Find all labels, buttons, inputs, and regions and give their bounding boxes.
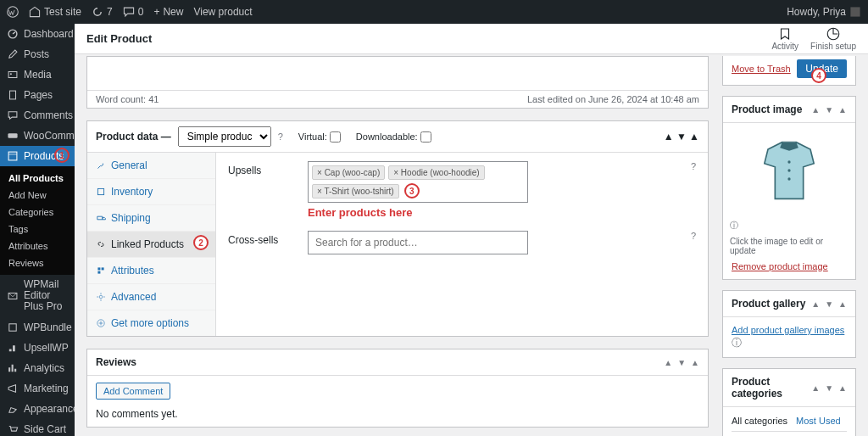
sub-reviews[interactable]: Reviews <box>0 254 75 271</box>
menu-sidecart[interactable]: Side Cart <box>0 419 75 436</box>
menu-upsellwp[interactable]: UpsellWP <box>0 338 75 358</box>
virtual-label: Virtual: <box>298 131 327 142</box>
menu-woocommerce[interactable]: WooCommerce <box>0 126 75 146</box>
page-title: Edit Product <box>86 32 152 45</box>
publish-panel: Move to Trash Update 4 <box>722 56 856 86</box>
panel-down-icon[interactable]: ▼ <box>676 131 687 143</box>
move-to-trash-link[interactable]: Move to Trash <box>732 64 791 74</box>
menu-comments[interactable]: Comments <box>0 105 75 126</box>
menu-marketing[interactable]: Marketing <box>0 378 75 399</box>
panel-up-icon[interactable]: ▲ <box>664 131 674 143</box>
activity-button[interactable]: Activity <box>771 26 798 51</box>
product-data-title: Product data — <box>96 131 171 143</box>
site-link[interactable]: Test site <box>29 6 81 18</box>
remove-product-image-link[interactable]: Remove product image <box>732 261 828 271</box>
product-type-help-icon[interactable]: ? <box>278 131 283 142</box>
info-icon: ⓘ <box>730 221 738 230</box>
menu-pages[interactable]: Pages <box>0 85 75 105</box>
menu-wpmail[interactable]: WPMail Editor Plus Pro <box>0 275 75 317</box>
product-type-select[interactable]: Simple product <box>178 126 271 147</box>
panel-down-icon[interactable]: ▼ <box>825 105 833 115</box>
tab-general[interactable]: General <box>87 153 215 179</box>
menu-dashboard[interactable]: Dashboard <box>0 24 75 44</box>
new-link[interactable]: + New <box>153 6 183 18</box>
menu-appearance[interactable]: Appearance <box>0 399 75 419</box>
svg-rect-1 <box>850 7 860 16</box>
panel-up-icon[interactable]: ▲ <box>664 358 672 367</box>
updates-link[interactable]: 7 <box>92 6 113 18</box>
tab-advanced[interactable]: Advanced <box>87 284 215 310</box>
panel-down-icon[interactable]: ▼ <box>825 299 833 309</box>
view-product-link[interactable]: View product <box>193 6 252 18</box>
product-image-panel: Product image ▲▼▲ ⓘ Click <box>722 96 856 280</box>
crosssells-input[interactable] <box>308 231 528 254</box>
upsell-tag[interactable]: T-Shirt (woo-tshirt) <box>312 184 399 198</box>
wp-logo[interactable] <box>7 6 19 18</box>
sub-all-products[interactable]: All Products <box>0 170 75 187</box>
menu-products[interactable]: Products 1 <box>0 146 75 166</box>
panel-toggle-icon[interactable]: ▲ <box>838 383 847 393</box>
info-icon: ⓘ <box>732 337 742 349</box>
panel-controls: ▲ ▼ ▲ <box>664 131 699 143</box>
svg-point-4 <box>10 73 12 75</box>
avatar-icon <box>849 6 861 18</box>
sub-tags[interactable]: Tags <box>0 221 75 238</box>
cat-tab-most-used[interactable]: Most Used <box>796 416 841 426</box>
annotation-enter-products: Enter products here <box>308 206 679 219</box>
menu-posts[interactable]: Posts <box>0 44 75 64</box>
tab-inventory[interactable]: Inventory <box>87 179 215 205</box>
sub-add-new[interactable]: Add New <box>0 187 75 204</box>
tab-linked-products[interactable]: Linked Products 2 <box>87 232 215 258</box>
svg-rect-7 <box>8 152 17 160</box>
panel-toggle-icon[interactable]: ▲ <box>691 358 699 367</box>
crosssells-help-icon[interactable]: ? <box>691 231 696 241</box>
reviews-panel: Reviews ▲▼▲ Add Comment No comments yet. <box>86 349 709 428</box>
product-image-title: Product image <box>732 103 802 115</box>
panel-up-icon[interactable]: ▲ <box>811 383 820 393</box>
admin-bar: Test site 7 0 + New View product Howdy, … <box>0 0 868 24</box>
howdy-link[interactable]: Howdy, Priya <box>787 6 861 18</box>
marker-1: 1 <box>54 148 70 163</box>
panel-up-icon[interactable]: ▲ <box>811 105 820 115</box>
panel-down-icon[interactable]: ▼ <box>825 383 833 393</box>
comments-link[interactable]: 0 <box>123 6 144 18</box>
menu-analytics[interactable]: Analytics <box>0 358 75 378</box>
product-image[interactable] <box>723 123 855 218</box>
tab-attributes[interactable]: Attributes <box>87 258 215 284</box>
tab-get-more[interactable]: Get more options <box>87 310 215 336</box>
sub-categories[interactable]: Categories <box>0 204 75 221</box>
upsell-tag[interactable]: Cap (woo-cap) <box>312 165 385 180</box>
upsells-input[interactable]: Cap (woo-cap) Hoodie (woo-hoodie) T-Shir… <box>308 161 528 203</box>
panel-toggle-icon[interactable]: ▲ <box>689 131 699 143</box>
tab-shipping[interactable]: Shipping <box>87 205 215 232</box>
product-image-hint: Click the image to edit or update <box>723 235 855 259</box>
cat-tab-all[interactable]: All categories <box>732 416 787 426</box>
editor-body[interactable] <box>87 57 708 90</box>
upsell-tag[interactable]: Hoodie (woo-hoodie) <box>388 165 484 180</box>
panel-toggle-icon[interactable]: ▲ <box>838 299 847 309</box>
panel-toggle-icon[interactable]: ▲ <box>838 105 847 115</box>
svg-rect-16 <box>97 188 103 194</box>
reviews-title: Reviews <box>96 356 136 368</box>
menu-media[interactable]: Media <box>0 64 75 85</box>
menu-wpbundle[interactable]: WPBundle <box>0 317 75 338</box>
add-gallery-images-link[interactable]: Add product gallery images <box>732 325 844 335</box>
panel-up-icon[interactable]: ▲ <box>811 299 820 309</box>
upsells-help-icon[interactable]: ? <box>691 161 696 171</box>
sub-attributes[interactable]: Attributes <box>0 238 75 254</box>
marker-1-arrow <box>73 150 75 160</box>
product-gallery-panel: Product gallery ▲▼▲ Add product gallery … <box>722 290 856 358</box>
virtual-checkbox[interactable] <box>330 131 341 143</box>
downloadable-checkbox[interactable] <box>420 131 431 143</box>
finish-setup-button[interactable]: Finish setup <box>810 26 856 51</box>
panel-down-icon[interactable]: ▼ <box>677 358 686 367</box>
marker-4: 4 <box>811 68 826 83</box>
crosssells-label: Cross-sells <box>228 231 296 246</box>
downloadable-label: Downloadable: <box>356 131 418 142</box>
svg-rect-6 <box>8 133 17 138</box>
page-header: Edit Product Activity Finish setup <box>75 24 868 54</box>
svg-rect-19 <box>97 271 100 274</box>
product-gallery-title: Product gallery <box>732 298 805 310</box>
add-comment-button[interactable]: Add Comment <box>96 383 170 400</box>
svg-rect-5 <box>10 91 16 99</box>
